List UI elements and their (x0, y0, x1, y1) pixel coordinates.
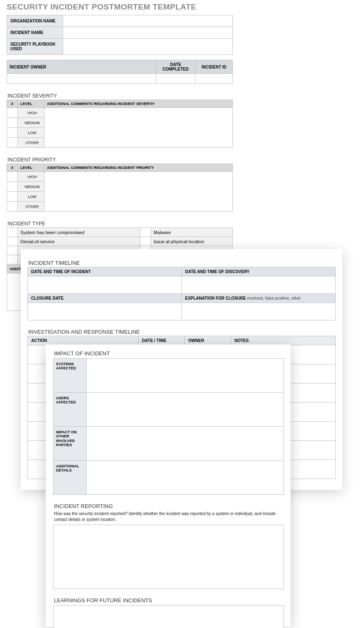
reporting-section-label: INCIDENT REPORTING (54, 503, 284, 509)
type-label: Denial-of-service (18, 237, 140, 246)
sev-x-other[interactable] (7, 138, 18, 148)
timeline-dt-incident-header: DATE AND TIME OF INCIDENT (28, 267, 182, 276)
pri-level-label: OTHER (18, 202, 44, 212)
sev-comments-field[interactable] (44, 108, 233, 148)
sev-col-x: X (7, 100, 18, 108)
severity-section-label: INCIDENT SEVERITY (7, 93, 233, 99)
type-check[interactable] (7, 246, 18, 255)
type-check[interactable] (140, 237, 151, 246)
impact-table: SYSTEMS AFFECTED USERS AFFECTED IMPACT O… (53, 358, 284, 495)
org-name-label: ORGANIZATION NAME (7, 15, 63, 27)
sev-level-label: LOW (18, 128, 44, 138)
pri-col-comments: ADDITIONAL COMMENTS REGARDING INCIDENT P… (44, 164, 233, 172)
invest-col-notes: NOTES (231, 336, 335, 345)
impact-section-label: IMPACT OF INCIDENT (54, 350, 284, 357)
timeline-explanation-label: EXPLANATION FOR CLOSURE (185, 296, 246, 301)
timeline-dt-incident-field[interactable] (28, 276, 182, 294)
org-name-field[interactable] (63, 15, 233, 27)
impact-parties-label: IMPACT ON OTHER INVOLVED PARTIES (54, 427, 87, 461)
date-completed-header: DATE COMPLETED (156, 60, 195, 74)
type-check[interactable] (7, 255, 18, 264)
timeline-table: DATE AND TIME OF INCIDENT DATE AND TIME … (27, 267, 336, 320)
impact-systems-field[interactable] (87, 359, 284, 393)
timeline-closure-field[interactable] (28, 303, 182, 320)
sev-col-level: LEVEL (18, 100, 44, 108)
owner-field[interactable] (7, 74, 156, 84)
incident-id-header: INCIDENT ID (195, 60, 233, 74)
pri-x-other[interactable] (7, 202, 18, 212)
type-label: Malware (151, 228, 233, 237)
impact-users-field[interactable] (87, 393, 284, 427)
invest-col-dt: DATE / TIME (139, 336, 185, 345)
pri-col-x: X (7, 164, 18, 172)
priority-section-label: INCIDENT PRIORITY (7, 157, 233, 163)
sev-level-label: OTHER (18, 138, 44, 148)
impact-systems-label: SYSTEMS AFFECTED (54, 359, 87, 393)
timeline-closure-header: CLOSURE DATE (28, 294, 182, 303)
page-3: IMPACT OF INCIDENT SYSTEMS AFFECTED USER… (46, 345, 291, 627)
invest-col-action: ACTION (28, 336, 139, 345)
impact-users-label: USERS AFFECTED (54, 393, 87, 427)
meta-table: INCIDENT OWNER DATE COMPLETED INCIDENT I… (7, 60, 233, 84)
incident-name-field[interactable] (63, 27, 233, 39)
sev-x-low[interactable] (7, 128, 18, 138)
learnings-section-label: LEARNINGS FOR FUTURE INCIDENTS (54, 597, 284, 604)
doc-title: SECURITY INCIDENT POSTMORTEM TEMPLATE (7, 2, 233, 12)
learnings-field[interactable] (53, 605, 284, 628)
type-check[interactable] (7, 237, 18, 246)
impact-parties-field[interactable] (87, 427, 284, 461)
timeline-explanation-hint: resolved, false positive, other (246, 296, 300, 301)
timeline-dt-discovery-header: DATE AND TIME OF DISCOVERY (182, 267, 336, 276)
impact-details-field[interactable] (87, 461, 284, 495)
type-section-label: INCIDENT TYPE (7, 221, 233, 227)
timeline-explanation-header: EXPLANATION FOR CLOSURE resolved, false … (182, 294, 336, 303)
reporting-description: How was the security incident reported? … (54, 511, 284, 522)
invest-col-owner: OWNER (185, 336, 231, 345)
reporting-field[interactable] (53, 525, 284, 589)
header-table: ORGANIZATION NAME INCIDENT NAME SECURITY… (7, 15, 233, 55)
severity-table: X LEVEL ADDITIONAL COMMENTS REGARDING IN… (7, 100, 233, 148)
date-completed-field[interactable] (156, 74, 195, 84)
timeline-explanation-field[interactable] (182, 303, 336, 320)
playbook-label: SECURITY PLAYBOOK USED (7, 39, 63, 55)
priority-table: X LEVEL ADDITIONAL COMMENTS REGARDING IN… (7, 164, 233, 212)
sev-level-label: MEDIUM (18, 118, 44, 128)
sev-x-high[interactable] (7, 108, 18, 118)
type-check[interactable] (7, 228, 18, 237)
playbook-field[interactable] (63, 39, 233, 55)
sev-level-label: HIGH (18, 108, 44, 118)
incident-name-label: INCIDENT NAME (7, 27, 63, 39)
pri-col-level: LEVEL (18, 164, 44, 172)
pri-level-label: LOW (18, 192, 44, 202)
type-check[interactable] (140, 228, 151, 237)
timeline-section-label: INCIDENT TIMELINE (28, 260, 336, 266)
pri-x-high[interactable] (7, 172, 18, 182)
impact-details-label: ADDITIONAL DETAILS (54, 461, 87, 495)
pri-level-label: MEDIUM (18, 182, 44, 192)
sev-x-medium[interactable] (7, 118, 18, 128)
sev-col-comments: ADDITIONAL COMMENTS REGARDING INCIDENT S… (44, 100, 233, 108)
pri-x-low[interactable] (7, 192, 18, 202)
pri-comments-field[interactable] (44, 172, 233, 212)
pri-level-label: HIGH (18, 172, 44, 182)
pri-x-medium[interactable] (7, 182, 18, 192)
incident-id-field[interactable] (195, 74, 233, 84)
investigation-section-label: INVESTIGATION AND RESPONSE TIMELINE (28, 329, 336, 335)
owner-header: INCIDENT OWNER (7, 60, 156, 74)
timeline-dt-discovery-field[interactable] (182, 276, 336, 294)
type-label: Issue at physical location (151, 237, 233, 246)
type-label: System has been compromised (18, 228, 140, 237)
